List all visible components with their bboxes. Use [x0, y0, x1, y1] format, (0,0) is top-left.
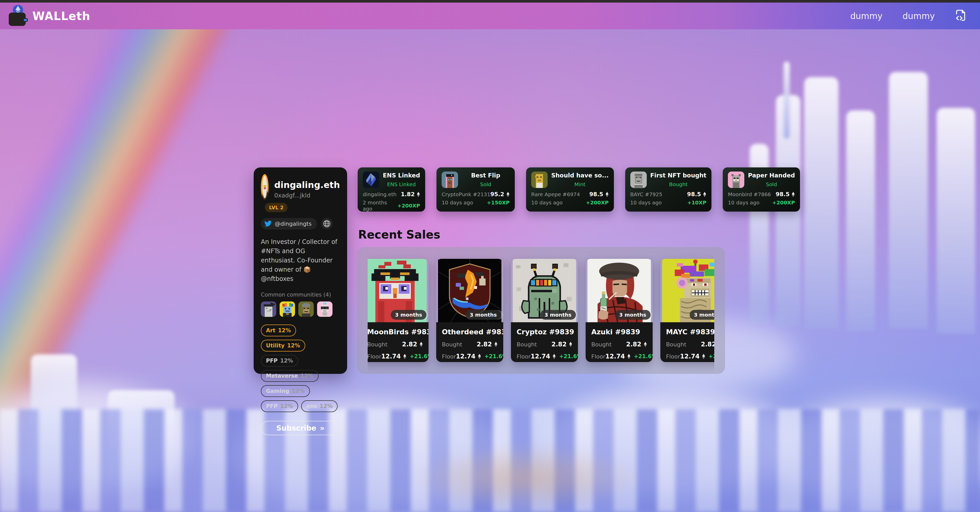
- document-code-icon[interactable]: [955, 10, 967, 22]
- header: WALLeth dummy dummy: [0, 3, 980, 29]
- recent-sales-panel: 3 months MoonBirds #9839 Bought 2.82 Flo…: [357, 247, 725, 374]
- floor-label: Floor: [517, 353, 531, 360]
- walleth-logo-icon: [9, 5, 29, 27]
- apepe-thumbnail: [531, 172, 548, 188]
- tag-pct: 12%: [301, 373, 313, 379]
- badge-card-should-have[interactable]: Should have so... Mint Rare Apepe #6974 …: [526, 167, 614, 211]
- profile-avatar[interactable]: [262, 176, 267, 198]
- badge-card-ens-linked[interactable]: ENS Linked ENS Linked dingaling.eth 1.82…: [358, 167, 425, 211]
- badge-title: ENS Linked: [383, 172, 420, 179]
- sale-name: MAYC #9839: [666, 328, 714, 336]
- tag-art[interactable]: Art12%: [261, 324, 296, 336]
- badge-value: 95.2: [490, 191, 504, 197]
- badge-value: 98.5: [589, 191, 603, 197]
- moonbirds-image: 3 months: [368, 259, 428, 322]
- subscribe-button[interactable]: Subscribe »: [261, 421, 340, 435]
- badge-status: Mint: [551, 181, 609, 188]
- brand-name: WALLeth: [32, 10, 91, 22]
- city-tower: [889, 72, 928, 329]
- sale-card-moonbirds[interactable]: 3 months MoonBirds #9839 Bought 2.82 Flo…: [368, 259, 428, 362]
- top-strip: [0, 0, 980, 3]
- sale-card-cryptoz[interactable]: 3 months Cryptoz #9839 Bought 2.82 Floor…: [511, 259, 578, 362]
- badge-value: 1.82: [401, 191, 415, 197]
- sale-card-azuki[interactable]: 3 months Azuki #9839 Bought 2.82 Floor 1…: [585, 259, 653, 362]
- tag-label: Metaverse: [266, 373, 298, 379]
- level-progress-ring: [261, 174, 269, 200]
- tag-pfp-2[interactable]: PFP12%: [261, 400, 298, 412]
- wallet-address[interactable]: 0xadgf...jkld: [274, 192, 340, 199]
- eth-icon: [494, 342, 498, 347]
- bought-value: 2.82: [626, 341, 641, 348]
- badge-title: Should have so...: [551, 172, 609, 179]
- badge-title: Paper Handed: [748, 172, 795, 179]
- brand[interactable]: WALLeth: [9, 5, 91, 27]
- tag-pfp[interactable]: PFP12%: [261, 355, 298, 367]
- badge-xp: +10XP: [687, 199, 706, 206]
- floor-change: +21.6%: [559, 353, 578, 359]
- period-badge: 3 months: [615, 310, 651, 320]
- website-button[interactable]: [321, 218, 333, 229]
- sales-carousel[interactable]: 3 months MoonBirds #9839 Bought 2.82 Flo…: [368, 247, 714, 374]
- period-badge: 3 months: [540, 310, 576, 320]
- tag-gaming[interactable]: Gaming12%: [261, 385, 310, 397]
- community-avatar-rainbow[interactable]: [280, 301, 295, 317]
- badge-value: 98.5: [687, 191, 701, 197]
- cryptoz-image: 3 months: [511, 259, 578, 322]
- tag-pct: 12%: [287, 342, 300, 349]
- eth-icon: [552, 354, 556, 359]
- cloud: [0, 385, 192, 493]
- communities-label: Common communities (4): [261, 292, 340, 298]
- nav-link-1[interactable]: dummy: [850, 11, 883, 21]
- city-structure: [108, 390, 175, 488]
- tag-ens[interactable]: ens12%: [301, 400, 337, 412]
- eth-icon: [506, 192, 510, 197]
- badge-status: Bought: [650, 181, 706, 188]
- community-avatar-skeleton[interactable]: [317, 301, 332, 317]
- tag-utility[interactable]: Utility12%: [261, 340, 305, 351]
- badge-status: ENS Linked: [383, 181, 420, 188]
- city-tower: [804, 77, 838, 329]
- city-glow: [411, 445, 642, 512]
- tag-pct: 12%: [280, 403, 293, 409]
- sale-card-otherdeed[interactable]: 3 months Otherdeed #9839 Bought 2.82 Flo…: [436, 259, 503, 362]
- badge-value: 98.5: [776, 191, 789, 197]
- tag-label: Utility: [266, 342, 285, 349]
- chevrons-right-icon: »: [320, 424, 325, 432]
- badge-card-first-nft[interactable]: First NFT bought Bought BAYC #7925 98.5 …: [625, 167, 712, 211]
- tag-pct: 12%: [280, 358, 293, 364]
- floor-value: 12.74: [680, 353, 700, 360]
- nav-link-2[interactable]: dummy: [902, 11, 935, 21]
- bought-value: 2.82: [552, 341, 566, 348]
- sale-name: Azuki #9839: [591, 328, 647, 336]
- community-avatar-punk[interactable]: [261, 301, 276, 317]
- tag-pct: 12%: [292, 388, 304, 394]
- bought-label: Bought: [591, 341, 612, 348]
- cloud: [231, 401, 514, 511]
- period-badge: 3 months: [466, 310, 501, 320]
- badge-item: BAYC #7925: [630, 191, 662, 197]
- badge-card-paper-handed[interactable]: Paper Handed Sold Moonbird #7866 98.5 10…: [723, 167, 800, 211]
- recent-sales-title: Recent Sales: [358, 228, 440, 241]
- azuki-image: 3 months: [585, 259, 653, 322]
- tag-metaverse[interactable]: Metaverse12%: [261, 370, 319, 382]
- badge-item: Moonbird #7866: [728, 191, 771, 197]
- tag-pct: 12%: [278, 328, 291, 334]
- floor-value: 12.74: [605, 353, 625, 360]
- badge-xp: +200XP: [586, 199, 609, 206]
- badge-time: 10 days ago: [531, 199, 563, 206]
- community-avatar-ape[interactable]: [298, 301, 314, 317]
- otherdeed-image: 3 months: [436, 259, 503, 322]
- period-badge: 3 months: [690, 310, 714, 320]
- sale-card-mayc[interactable]: 3 months MAYC #9839 Bought 2.82 Floor 12…: [660, 259, 714, 362]
- floor-value: 12.74: [456, 353, 476, 360]
- badge-card-best-flip[interactable]: Best Flip Sold CryptoPunk #2131 95.2 10 …: [436, 167, 515, 211]
- subscribe-label: Subscribe: [276, 424, 316, 432]
- tag-label: PFP: [266, 358, 278, 364]
- tag-pct: 12%: [320, 403, 332, 409]
- cloud: [770, 401, 980, 509]
- profile-bio: An Investor / Collector of #NFTs and OG …: [261, 237, 340, 283]
- twitter-handle-pill[interactable]: @dingalingts: [261, 218, 317, 229]
- eth-icon: [605, 192, 609, 197]
- level-badge: LVL 2: [265, 203, 288, 212]
- sale-name: Otherdeed #9839: [442, 328, 498, 336]
